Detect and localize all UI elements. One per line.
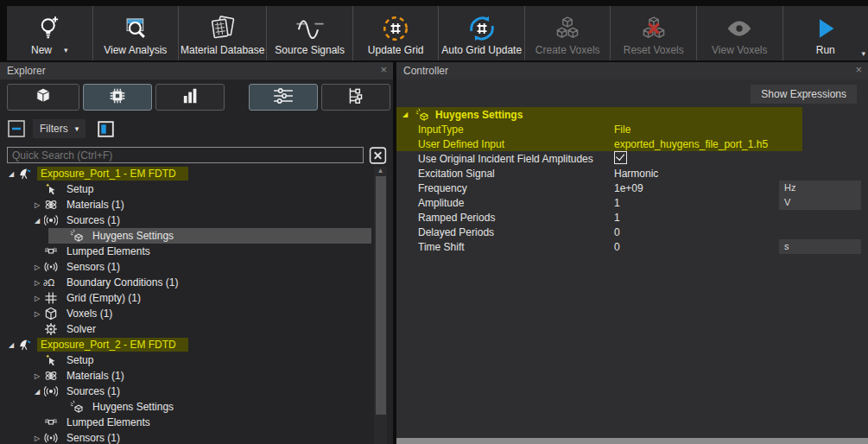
property-label: Ramped Periods [396, 212, 614, 224]
property-label: Amplitude [396, 197, 614, 209]
tree-item[interactable]: Setup [0, 181, 371, 197]
show-expressions-button[interactable]: Show Expressions [751, 85, 857, 104]
tree-item[interactable]: Setup [0, 352, 371, 368]
tree-item-label: Sources (1) [63, 384, 124, 398]
property-value[interactable]: 1 [614, 212, 868, 224]
huygens-icon [69, 229, 84, 243]
expanded-triangle-icon[interactable]: ◢ [31, 217, 43, 225]
collapsed-triangle-icon[interactable]: ▷ [31, 372, 43, 380]
controller-close-icon[interactable]: × [855, 63, 862, 76]
collapsed-triangle-icon[interactable]: ▷ [31, 295, 43, 302]
tree-item[interactable]: ▷∂ΩBoundary Conditions (1) [0, 275, 371, 290]
tab-hierarchy[interactable] [321, 84, 390, 111]
unit-field[interactable]: Hz [779, 181, 861, 195]
tree-item[interactable]: Huygens Settings [0, 399, 371, 415]
scrollbar-thumb[interactable] [376, 176, 386, 415]
circuit-icon [345, 86, 366, 110]
split-view-button[interactable] [96, 119, 115, 138]
new-icon [36, 13, 62, 44]
property-group-header[interactable]: ◢ Huygens Settings [396, 107, 868, 122]
checkbox-checked[interactable] [614, 151, 627, 164]
tab-analysis[interactable] [155, 84, 225, 111]
tree-item[interactable]: ◢Sources (1) [0, 384, 371, 399]
reset-voxels-button: Reset Voxels [611, 6, 697, 60]
tree-item[interactable]: ◢Exposure_Port_1 - EM FDTD [0, 166, 371, 181]
property-value[interactable]: Harmonic [614, 168, 868, 180]
explorer-scrollbar[interactable]: ▲ [374, 167, 387, 444]
tree-item[interactable]: ▷Materials (1) [0, 368, 371, 384]
property-row: Time Shift0s [396, 239, 868, 254]
property-value[interactable]: exported_huygens_file_port_1.h5 [614, 138, 868, 150]
tree-item-label: Grid (Empty) (1) [63, 291, 144, 305]
update-grid-button[interactable]: Update Grid [353, 6, 440, 60]
property-label: Delayed Periods [396, 226, 614, 238]
new-button[interactable]: New▾ [7, 6, 93, 60]
collapse-all-button[interactable] [7, 119, 26, 138]
collapsed-triangle-icon[interactable]: ▷ [31, 201, 43, 209]
source-signals-icon [295, 13, 326, 44]
collapsed-triangle-icon[interactable]: ▷ [31, 434, 43, 442]
tree-item[interactable]: ▷Voxels (1) [0, 306, 371, 321]
tree-item[interactable]: ▷Materials (1) [0, 197, 371, 212]
view-analysis-button[interactable]: View Analysis [93, 6, 180, 60]
collapsed-triangle-icon[interactable]: ▷ [31, 263, 43, 271]
create-voxels-label: Create Voxels [535, 44, 600, 56]
collapsed-triangle-icon[interactable]: ▷ [31, 310, 43, 318]
tree-item[interactable]: Lumped Elements [0, 415, 371, 430]
run-button[interactable]: Run▾ [783, 6, 868, 60]
unit-field[interactable]: V [779, 195, 861, 210]
source-signals-button[interactable]: Source Signals [267, 6, 353, 60]
tree-item[interactable]: ▷Grid (Empty) (1) [0, 290, 371, 306]
auto-grid-update-button[interactable]: Auto Grid Update [439, 6, 525, 60]
reset-voxels-label: Reset Voxels [624, 44, 684, 56]
tree-item[interactable]: ▷Sensors (1) [0, 259, 371, 275]
unit-field[interactable]: s [779, 239, 861, 254]
property-value[interactable]: 1 [614, 197, 779, 209]
tree-item-label: Sensors (1) [63, 260, 124, 274]
scrollbar-up-icon[interactable]: ▲ [374, 167, 387, 175]
tree-item[interactable]: Huygens Settings [0, 228, 371, 244]
tree-item[interactable]: ◢Exposure_Port_2 - EM FDTD [0, 337, 371, 352]
chevron-down-icon[interactable]: ▾ [862, 49, 866, 58]
property-value[interactable]: File [614, 124, 868, 136]
explorer-close-icon[interactable]: × [380, 63, 387, 76]
property-value[interactable]: 1e+09 [614, 182, 779, 194]
tree-item[interactable]: ▷Sensors (1) [0, 430, 371, 444]
sources-icon [43, 213, 58, 227]
property-row: User Defined Inputexported_huygens_file_… [396, 136, 868, 151]
explorer-panel: Explorer × Filters ▾ ◢Exposure_Port_1 - … [0, 62, 393, 444]
tree-item[interactable]: Solver [0, 321, 371, 337]
close-x-icon [369, 147, 387, 164]
tab-model[interactable] [7, 84, 79, 111]
create-voxels-icon [554, 13, 581, 44]
expanded-triangle-icon[interactable]: ◢ [5, 341, 17, 349]
huygens-icon [69, 400, 84, 414]
search-input[interactable] [7, 147, 364, 163]
tree-item-label: Solver [63, 322, 99, 336]
tree-item[interactable]: ◢Sources (1) [0, 212, 371, 228]
collapsed-triangle-icon[interactable]: ▷ [31, 279, 43, 287]
tree-item-label: Materials (1) [63, 198, 128, 212]
property-value[interactable]: 0 [614, 226, 868, 238]
property-list: ◢ Huygens Settings InputTypeFileUser Def… [396, 107, 868, 254]
tree-item[interactable]: Lumped Elements [0, 244, 371, 259]
property-group-label: Huygens Settings [435, 109, 523, 121]
controller-hscrollbar[interactable] [396, 438, 868, 444]
property-value[interactable]: 0 [614, 241, 779, 253]
expanded-triangle-icon[interactable]: ◢ [402, 111, 413, 118]
auto-grid-update-icon [467, 13, 497, 44]
tab-simulation[interactable] [83, 84, 152, 111]
expanded-triangle-icon[interactable]: ◢ [5, 170, 17, 178]
material-database-button[interactable]: Material Database [179, 6, 267, 60]
setup-icon [43, 182, 58, 196]
chevron-down-icon[interactable]: ▾ [64, 44, 68, 56]
filters-dropdown[interactable]: Filters ▾ [33, 119, 86, 138]
expanded-triangle-icon[interactable]: ◢ [31, 388, 43, 396]
tree-item-label: Exposure_Port_2 - EM FDTD [37, 338, 188, 352]
sources-icon [43, 384, 58, 398]
voxels-icon [43, 307, 58, 320]
tab-settings[interactable] [249, 84, 318, 111]
property-label: InputType [396, 124, 614, 136]
search-clear-button[interactable] [368, 147, 387, 164]
explorer-panel-title: Explorer [7, 65, 46, 77]
